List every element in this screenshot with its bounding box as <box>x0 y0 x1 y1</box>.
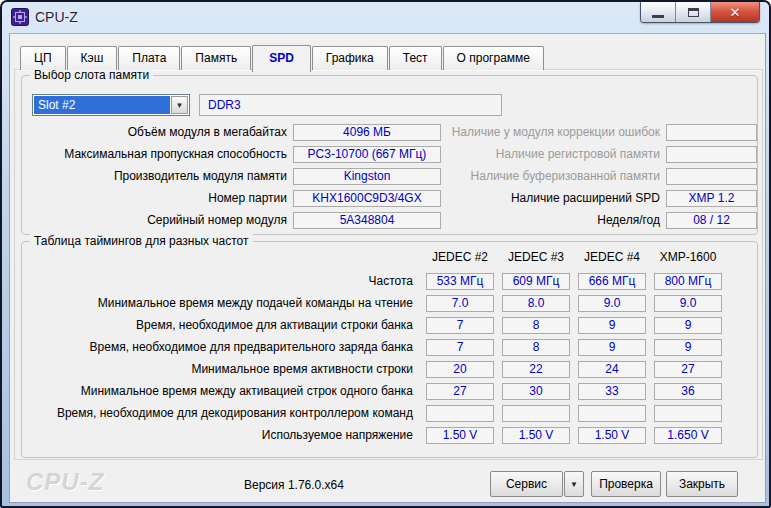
close-icon: ✕ <box>730 6 741 19</box>
timing-cell: 9 <box>654 339 722 356</box>
tab-item[interactable]: SPD <box>252 45 311 72</box>
info-label: Наличие у модуля коррекции ошибок <box>442 125 666 139</box>
info-value: KHX1600C9D3/4GX <box>293 190 441 207</box>
memory-type-field: DDR3 <box>199 94 502 116</box>
timing-cell: 1.50 V <box>578 427 646 444</box>
timing-label: Используемое напряжение <box>28 428 418 442</box>
tab-item[interactable]: Память <box>181 46 251 70</box>
window-controls: ✕ <box>640 2 760 23</box>
chevron-down-icon[interactable]: ▼ <box>171 96 188 114</box>
info-row: Максимальная пропускная способность PC3-… <box>24 143 441 165</box>
timing-cell <box>502 405 570 422</box>
timing-cell: 24 <box>578 361 646 378</box>
tab-item[interactable]: ЦП <box>20 46 66 70</box>
column-header: JEDEC #3 <box>502 250 570 264</box>
timing-row: Минимальное время активности строки 20 2… <box>28 358 722 380</box>
timing-cell: 20 <box>426 361 494 378</box>
timing-label: Время, необходимое для активации строки … <box>28 318 418 332</box>
timing-row: Минимальное время между активацией строк… <box>28 380 722 402</box>
tab-item[interactable]: Плата <box>118 46 180 70</box>
timing-cell: 9 <box>654 317 722 334</box>
info-row: Неделя/год 08 / 12 <box>442 209 757 231</box>
info-row: Наличие расширений SPD XMP 1.2 <box>442 187 757 209</box>
memory-slot-group: Выбор слота памяти Slot #2 ▼ DDR3 Объём … <box>21 75 758 235</box>
timing-cell: 36 <box>654 383 722 400</box>
memory-slot-select[interactable]: Slot #2 ▼ <box>32 94 190 116</box>
info-value: Kingston <box>293 168 441 185</box>
timing-label: Частота <box>28 274 418 288</box>
timing-cell: 1.650 V <box>654 427 722 444</box>
module-info-right: Наличие у модуля коррекции ошибок Наличи… <box>442 121 757 231</box>
timing-cell <box>426 405 494 422</box>
tab-item[interactable]: О программе <box>443 46 544 70</box>
tab-item[interactable]: Графика <box>312 46 388 70</box>
timing-cell: 9.0 <box>578 295 646 312</box>
info-row: Номер партии KHX1600C9D3/4GX <box>24 187 441 209</box>
column-header: JEDEC #2 <box>426 250 494 264</box>
timing-cell <box>654 405 722 422</box>
column-header: XMP-1600 <box>654 250 722 264</box>
version-text: Версия 1.76.0.x64 <box>244 478 344 492</box>
timing-row: Используемое напряжение 1.50 V 1.50 V 1.… <box>28 424 722 446</box>
timing-cell: 7.0 <box>426 295 494 312</box>
timing-row: Минимальное время между подачей команды … <box>28 292 722 314</box>
info-label: Неделя/год <box>442 213 666 227</box>
timing-cell: 9 <box>578 317 646 334</box>
cpuz-logo: CPU-Z <box>26 468 104 496</box>
timing-cell: 27 <box>426 383 494 400</box>
timing-cell: 1.50 V <box>502 427 570 444</box>
info-label: Максимальная пропускная способность <box>24 147 293 161</box>
info-value: XMP 1.2 <box>666 190 757 207</box>
memory-slot-group-title: Выбор слота памяти <box>30 68 153 82</box>
service-dropdown-arrow[interactable]: ▼ <box>564 471 584 497</box>
column-header: JEDEC #4 <box>578 250 646 264</box>
timing-cell: 9.0 <box>654 295 722 312</box>
info-row: Наличие буферизованной памяти <box>442 165 757 187</box>
cpuz-window: CPU-Z ✕ ЦПКэшПлатаПамятьSPDГрафикаТестО … <box>0 0 771 508</box>
tab-item[interactable]: Тест <box>389 46 442 70</box>
timing-cell: 1.50 V <box>426 427 494 444</box>
memory-slot-selected-value: Slot #2 <box>34 96 170 114</box>
info-row: Объём модуля в мегабайтах 4096 МБ <box>24 121 441 143</box>
service-button[interactable]: Сервис <box>490 471 563 497</box>
info-row: Наличие регистровой памяти <box>442 143 757 165</box>
timing-cell <box>578 405 646 422</box>
tab-strip: ЦПКэшПлатаПамятьSPDГрафикаТестО программ… <box>20 46 545 70</box>
timing-cell: 7 <box>426 317 494 334</box>
close-button[interactable]: ✕ <box>711 2 759 22</box>
timing-cell: 8.0 <box>502 295 570 312</box>
maximize-icon <box>688 8 699 17</box>
timing-cell: 9 <box>578 339 646 356</box>
close-dialog-button[interactable]: Закрыть <box>666 471 738 497</box>
minimize-button[interactable] <box>641 2 676 22</box>
timings-rows: Частота 533 МГц 609 МГц 666 МГц 800 МГц … <box>28 270 722 446</box>
timings-table-group: Таблица таймингов для разных частот JEDE… <box>21 241 758 458</box>
timings-column-headers: JEDEC #2JEDEC #3JEDEC #4XMP-1600 <box>426 250 730 264</box>
timing-label: Время, необходимое для декодирования кон… <box>28 406 418 420</box>
timing-cell: 30 <box>502 383 570 400</box>
info-row: Серийный номер модуля 5A348804 <box>24 209 441 231</box>
info-value <box>666 168 757 185</box>
timings-group-title: Таблица таймингов для разных частот <box>30 234 253 248</box>
timing-cell: 666 МГц <box>578 273 646 290</box>
info-label: Номер партии <box>24 191 293 205</box>
minimize-icon <box>652 15 664 18</box>
info-label: Серийный номер модуля <box>24 213 293 227</box>
timing-row: Время, необходимое для активации строки … <box>28 314 722 336</box>
info-value: PC3-10700 (667 МГц) <box>293 146 441 163</box>
timing-label: Минимальное время между активацией строк… <box>28 384 418 398</box>
client-area: ЦПКэшПлатаПамятьSPDГрафикаТестО программ… <box>9 33 766 503</box>
tab-item[interactable]: Кэш <box>67 46 118 70</box>
info-row: Производитель модуля памяти Kingston <box>24 165 441 187</box>
timing-row: Время, необходимое для декодирования кон… <box>28 402 722 424</box>
maximize-button[interactable] <box>676 2 711 22</box>
info-label: Наличие регистровой памяти <box>442 147 666 161</box>
validate-button[interactable]: Проверка <box>591 471 661 497</box>
info-label: Наличие буферизованной памяти <box>442 169 666 183</box>
info-value <box>666 124 757 141</box>
timing-cell: 609 МГц <box>502 273 570 290</box>
info-label: Наличие расширений SPD <box>442 191 666 205</box>
timing-row: Время, необходимое для предварительного … <box>28 336 722 358</box>
timing-label: Время, необходимое для предварительного … <box>28 340 418 354</box>
timing-row: Частота 533 МГц 609 МГц 666 МГц 800 МГц <box>28 270 722 292</box>
